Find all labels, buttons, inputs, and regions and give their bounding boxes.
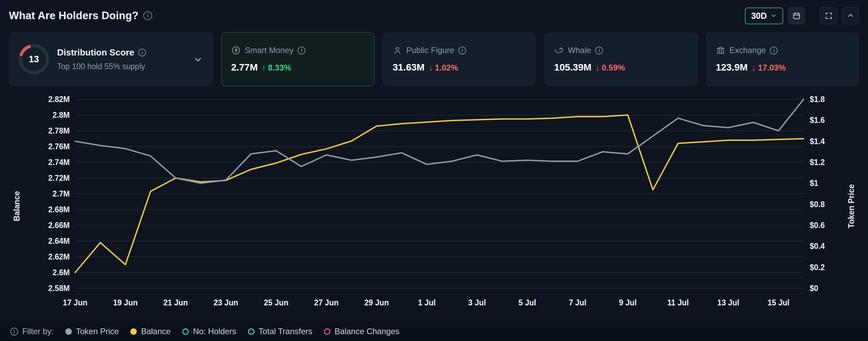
legend-item-token-price[interactable]: Token Price [65,327,119,336]
svg-text:2.76M: 2.76M [48,142,70,151]
change-percent: 0.59% [602,63,625,73]
svg-text:$0.4: $0.4 [810,242,825,251]
svg-text:2.72M: 2.72M [48,174,70,182]
smart-money-card[interactable]: Smart Money i 2.77M ↑ 8.33% [221,32,374,86]
svg-text:$0.2: $0.2 [810,263,825,272]
stat-change: ↓ 0.59% [595,63,625,73]
left-axis-title: Balance [9,94,25,318]
legend-item-balance[interactable]: Balance [130,327,171,336]
stat-value: 123.9M [716,62,748,73]
total-transfers-dot-icon [248,328,254,335]
legend-label: Balance Changes [334,327,399,336]
svg-text:$0: $0 [810,284,818,293]
distribution-score-card[interactable]: 13 Distribution Score i Top 100 hold 55%… [9,32,213,86]
filter-info-icon[interactable]: i [10,328,18,336]
change-percent: 17.03% [758,63,786,73]
svg-text:29 Jun: 29 Jun [364,298,389,307]
svg-text:2.68M: 2.68M [48,205,70,214]
svg-text:5 Jul: 5 Jul [518,298,536,307]
chart-plot-area[interactable]: 2.82M2.8M2.78M2.76M2.74M2.72M2.7M2.68M2.… [25,94,843,318]
timeframe-value: 30D [751,11,767,21]
change-arrow-icon: ↓ [752,63,756,73]
stat-value: 2.77M [231,62,258,73]
legend-label: No: Holders [193,327,236,336]
svg-text:23 Jun: 23 Jun [214,298,238,307]
svg-text:2.58M: 2.58M [48,284,70,293]
change-arrow-icon: ↓ [595,63,600,73]
svg-text:2.7M: 2.7M [53,189,70,198]
public-figure-card[interactable]: Public Figure i 31.63M ↓ 1.02% [383,32,536,86]
legend-item-total-transfers[interactable]: Total Transfers [248,327,312,336]
svg-text:$1.2: $1.2 [810,158,825,167]
public-figure-info-icon[interactable]: i [458,47,466,54]
whale-icon [554,46,564,55]
svg-text:1 Jul: 1 Jul [418,298,436,307]
stat-label: Smart Money [245,46,294,55]
balance-dot-icon [130,328,137,335]
right-axis-title: Token Price [843,94,859,318]
svg-text:27 Jun: 27 Jun [314,298,339,307]
distribution-chevron-down-icon[interactable] [193,54,203,64]
filter-by-label: Filter by: [22,327,54,336]
stat-cards-row: 13 Distribution Score i Top 100 hold 55%… [9,32,859,86]
svg-text:19 Jun: 19 Jun [113,298,138,307]
svg-text:11 Jul: 11 Jul [667,298,689,307]
svg-text:2.74M: 2.74M [48,158,70,167]
legend-label: Total Transfers [259,327,312,336]
token-price-dot-icon [65,328,72,335]
svg-text:13 Jul: 13 Jul [717,298,739,307]
stat-value: 105.39M [554,62,591,73]
svg-text:$1.8: $1.8 [810,95,825,104]
svg-text:2.8M: 2.8M [53,111,70,119]
distribution-subtitle: Top 100 hold 55% supply [57,62,146,71]
svg-text:9 Jul: 9 Jul [619,298,637,307]
collapse-button[interactable] [842,7,859,24]
page-title: What Are Holders Doing? [9,10,139,22]
person-icon [393,46,402,55]
svg-text:21 Jun: 21 Jun [163,298,188,307]
title-info-icon[interactable]: i [143,11,152,20]
calendar-button[interactable] [788,7,805,24]
exchange-card[interactable]: Exchange i 123.9M ↓ 17.03% [706,32,859,86]
svg-text:$0.6: $0.6 [810,221,825,230]
svg-text:7 Jul: 7 Jul [569,298,587,307]
distribution-score-value: 13 [29,54,39,65]
holders-panel: What Are Holders Doing? i 30D [0,0,868,341]
stat-label: Whale [568,46,591,55]
line-chart-svg[interactable]: 2.82M2.8M2.78M2.76M2.74M2.72M2.7M2.68M2.… [25,94,843,313]
chevron-up-icon [846,12,855,20]
svg-text:$1.6: $1.6 [810,116,825,125]
balance-changes-dot-icon [324,328,330,335]
whale-info-icon[interactable]: i [595,47,603,54]
fullscreen-icon [825,12,833,20]
smart-money-info-icon[interactable]: i [298,47,305,54]
svg-text:2.78M: 2.78M [48,126,70,135]
timeframe-select[interactable]: 30D [745,8,783,24]
svg-text:2.64M: 2.64M [48,237,70,245]
holders-chart: Balance 2.82M2.8M2.78M2.76M2.74M2.72M2.7… [9,94,859,318]
bank-icon [716,46,725,55]
distribution-info-icon[interactable]: i [138,49,146,56]
chevron-down-icon [770,12,777,19]
svg-text:2.66M: 2.66M [48,221,70,230]
svg-text:$1: $1 [810,179,818,188]
svg-text:17 Jun: 17 Jun [63,298,88,307]
svg-text:2.62M: 2.62M [48,252,70,261]
filter-bar: i Filter by: Token Price Balance No: Hol… [0,322,868,341]
whale-card[interactable]: Whale i 105.39M ↓ 0.59% [544,32,697,86]
panel-header: What Are Holders Doing? i 30D [9,5,859,26]
stat-label: Public Figure [406,46,454,55]
svg-text:$0.8: $0.8 [810,200,825,209]
legend-label: Token Price [76,327,119,336]
fullscreen-button[interactable] [820,7,837,24]
exchange-info-icon[interactable]: i [770,47,778,54]
svg-text:3 Jul: 3 Jul [468,298,486,307]
change-percent: 1.02% [435,63,458,73]
legend-item-balance-changes[interactable]: Balance Changes [324,327,399,336]
svg-text:2.82M: 2.82M [48,95,70,104]
legend-item-no-holders[interactable]: No: Holders [182,327,236,336]
stat-value: 31.63M [393,62,424,73]
stat-label: Exchange [729,46,766,55]
change-arrow-icon: ↑ [262,63,266,73]
distribution-score-gauge: 13 [19,44,49,74]
